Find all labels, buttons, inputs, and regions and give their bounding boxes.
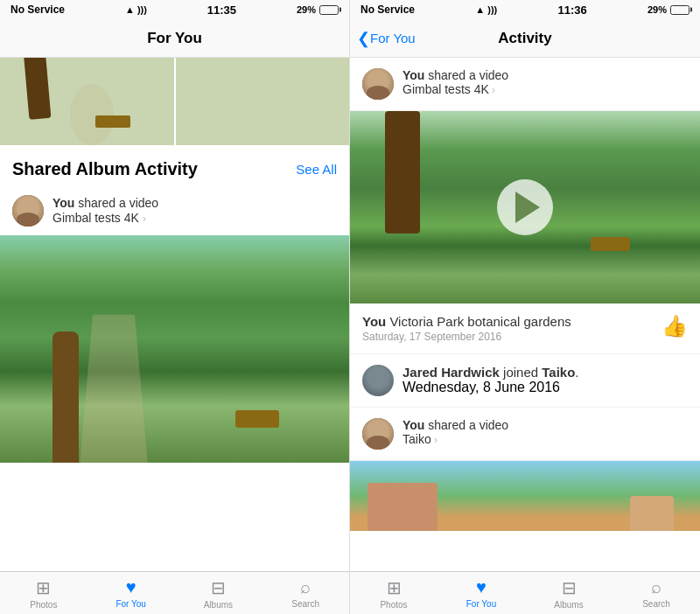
right-play-button[interactable] — [497, 179, 553, 235]
right-jared-action-text: joined — [503, 365, 538, 380]
right-thumbs-up-icon[interactable]: 👍 — [662, 314, 688, 338]
right-tab-albums[interactable]: ⊟ Albums — [525, 574, 612, 613]
left-video-thumbnail[interactable] — [0, 235, 349, 463]
right-battery-pct: 29% — [648, 4, 667, 15]
right-victoria-park-item[interactable]: You Victoria Park botanical gardens Satu… — [350, 304, 700, 354]
left-activity-line1: You shared a video — [52, 195, 337, 211]
left-activity-line2: Gimbal tests 4K › — [52, 211, 337, 225]
left-time: 11:35 — [207, 3, 236, 17]
left-wifi-icon: ▲ ))) — [125, 4, 147, 15]
right-photos-label: Photos — [380, 600, 407, 610]
right-video2-item[interactable]: You shared a video Taiko › — [350, 408, 700, 461]
left-see-all-button[interactable]: See All — [296, 162, 337, 177]
right-jared-album-name: Taiko — [542, 365, 575, 380]
right-nav-bar: ❮ For You Activity — [350, 19, 700, 58]
left-video-title: Gimbal tests 4K — [52, 211, 139, 225]
right-time: 11:36 — [557, 3, 586, 17]
right-avatar-face-2 — [362, 418, 394, 450]
right-search-label: Search — [642, 599, 670, 609]
right-activity-item-1[interactable]: You shared a video Gimbal tests 4K › — [350, 58, 700, 111]
left-tab-albums[interactable]: ⊟ Albums — [175, 574, 262, 613]
right-page-title: Activity — [498, 30, 551, 47]
right-battery-area: 29% — [648, 4, 690, 15]
left-page-title: For You — [147, 30, 202, 47]
right-photos-icon: ⊞ — [387, 577, 402, 598]
right-vp-user: You — [362, 314, 386, 329]
left-avatar-face — [12, 195, 44, 227]
right-vp-date: Saturday, 17 September 2016 — [362, 331, 571, 343]
right-activity-line2-2: Taiko › — [402, 432, 508, 446]
left-activity-avatar — [12, 195, 44, 227]
right-jared-avatar — [362, 365, 394, 396]
left-for-you-icon: ♥ — [126, 577, 136, 597]
left-activity-text: You shared a video Gimbal tests 4K › — [52, 195, 337, 225]
left-activity-item[interactable]: You shared a video Gimbal tests 4K › — [0, 186, 349, 235]
right-vp-title: You Victoria Park botanical gardens — [362, 314, 571, 329]
right-activity-line1-2: You shared a video — [402, 418, 508, 432]
left-tab-bar: ⊞ Photos ♥ For You ⊟ Albums ⌕ Search — [0, 571, 349, 614]
right-albums-label: Albums — [554, 600, 583, 610]
right-activity-text-2: You shared a video Taiko › — [402, 418, 508, 446]
right-service: No Service — [360, 3, 415, 16]
right-tab-for-you[interactable]: ♥ For You — [438, 574, 525, 612]
left-photo-1[interactable] — [0, 58, 174, 145]
right-jared-name-line: Jared Hardwick joined Taiko. — [402, 365, 579, 380]
left-tab-photos[interactable]: ⊞ Photos — [0, 574, 88, 613]
right-activity-avatar-2 — [362, 418, 394, 450]
right-tab-photos[interactable]: ⊞ Photos — [350, 574, 438, 613]
left-search-label: Search — [291, 599, 319, 609]
right-video-title-2: Taiko — [402, 432, 431, 446]
left-battery-area: 29% — [297, 4, 339, 15]
right-video-thumbnail-1[interactable] — [350, 111, 700, 304]
left-battery-icon — [319, 5, 339, 15]
left-for-you-label: For You — [116, 599, 145, 609]
left-tab-search[interactable]: ⌕ Search — [262, 574, 349, 612]
right-jared-item[interactable]: Jared Hardwick joined Taiko. Wednesday, … — [350, 354, 700, 408]
left-tab-for-you[interactable]: ♥ For You — [88, 574, 175, 612]
right-action-1b: shared a video — [428, 68, 508, 82]
left-activity-action: shared a video — [78, 196, 158, 210]
right-search-icon: ⌕ — [651, 577, 662, 597]
right-user-2: You — [402, 418, 424, 432]
left-scroll-area[interactable]: Shared Album Activity See All You shared… — [0, 58, 349, 571]
left-battery-pct: 29% — [297, 4, 316, 15]
left-nav-bar: For You — [0, 19, 349, 58]
left-albums-label: Albums — [204, 600, 233, 610]
right-for-you-icon: ♥ — [476, 577, 486, 597]
right-scroll-area[interactable]: You shared a video Gimbal tests 4K › — [350, 58, 700, 571]
right-wifi-icon: ▲ ))) — [475, 4, 497, 15]
left-section-header: Shared Album Activity See All — [0, 145, 349, 186]
left-search-icon: ⌕ — [300, 577, 311, 597]
right-back-chevron-icon: ❮ — [357, 29, 370, 48]
left-photo-2[interactable] — [174, 58, 350, 145]
right-phone: No Service ▲ ))) 11:36 29% ❮ For You Act… — [350, 0, 700, 614]
right-back-button[interactable]: ❮ For You — [357, 29, 416, 48]
left-status-bar: No Service ▲ ))) 11:35 29% — [0, 0, 349, 19]
right-jared-info: Jared Hardwick joined Taiko. Wednesday, … — [402, 365, 579, 395]
right-tab-search[interactable]: ⌕ Search — [612, 574, 700, 612]
right-activity-avatar-1 — [362, 68, 394, 100]
right-chevron-1-icon: › — [492, 83, 495, 96]
right-video-title-1: Gimbal tests 4K — [402, 82, 489, 96]
right-play-triangle-icon — [515, 192, 540, 223]
left-photos-icon: ⊞ — [36, 577, 51, 598]
left-photos-label: Photos — [30, 600, 57, 610]
right-battery-icon — [670, 5, 690, 15]
right-for-you-label: For You — [466, 599, 496, 609]
right-vp-text: You Victoria Park botanical gardens Satu… — [362, 314, 571, 343]
right-activity-line1-1: You shared a video — [402, 68, 508, 82]
right-building-2-icon — [630, 496, 674, 531]
left-photo-strip — [0, 58, 349, 145]
left-section-title: Shared Album Activity — [12, 159, 198, 179]
left-bench — [235, 410, 279, 428]
left-phone: No Service ▲ ))) 11:35 29% For You Share… — [0, 0, 350, 614]
right-video-thumbnail-2[interactable] — [350, 461, 700, 531]
right-status-bar: No Service ▲ ))) 11:36 29% — [350, 0, 700, 19]
right-action-2b: shared a video — [428, 418, 508, 432]
right-chevron-2-icon: › — [434, 433, 438, 446]
right-jared-name: Jared Hardwick — [402, 365, 500, 380]
right-vp-place-name: Victoria Park botanical gardens — [389, 314, 570, 329]
right-jared-dot: . — [575, 365, 578, 380]
right-building-1-icon — [368, 483, 438, 531]
left-garden-scene — [0, 235, 349, 463]
